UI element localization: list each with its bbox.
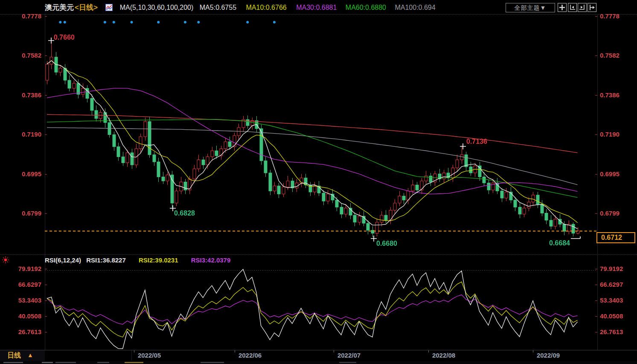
low-annotation: 0.6828 (174, 210, 195, 217)
x-axis-label: 2022/08 (425, 352, 463, 359)
high-annotation: 0.7136 (466, 138, 487, 146)
x-axis-tick (134, 350, 134, 352)
x-axis-label: 2022/06 (231, 352, 269, 359)
period-label: 日线 (7, 351, 21, 360)
crosshair-tool-button[interactable] (558, 3, 567, 12)
price-axis-label: 40.0508 (0, 312, 41, 320)
high-annotation: 0.7660 (54, 34, 75, 41)
x-axis-label: 2022/05 (130, 352, 169, 359)
ma10-value: MA10:0.6766 (246, 4, 287, 12)
price-axis-label: 53.3403 (600, 297, 636, 304)
low-annotation: 0.6680 (376, 240, 397, 248)
price-axis-label: 79.9192 (0, 265, 41, 273)
price-axis-label: 66.6297 (600, 281, 636, 288)
rsi-header: RSI(6,12,24) RSI1:36.8227 RSI2:39.0231 R… (45, 256, 230, 264)
price-axis-label: 53.3403 (0, 297, 41, 304)
right-axis-scale-button[interactable] (578, 3, 587, 12)
time-axis-border (0, 350, 637, 350)
symbol-name: 澳元美元 (45, 3, 74, 12)
period-selector-button[interactable]: 日线 ▲ (0, 350, 45, 361)
price-axis-label: 0.6995 (0, 170, 41, 178)
kline-chart-icon (105, 4, 113, 13)
ma5-value: MA5:0.6755 (200, 4, 236, 12)
plot-right-border (597, 14, 598, 350)
x-axis-tick (235, 350, 235, 352)
bottom-clipped-row (0, 361, 637, 364)
price-axis-label: 26.7613 (0, 328, 41, 336)
ma30-value: MA30:0.6881 (296, 4, 337, 12)
price-axis-label: 0.7582 (0, 52, 41, 59)
ma60-value: MA60:0.6880 (346, 4, 386, 12)
price-axis-label: 0.7386 (0, 91, 41, 99)
rsi-settings-label: RSI(6,12,24) (45, 256, 81, 264)
price-axis-label: 26.7613 (600, 328, 636, 336)
theme-selector-dropdown[interactable]: 全部主题▼ (506, 3, 555, 12)
price-axis-label: 0.7778 (600, 12, 636, 20)
price-axis-label: 0.7190 (600, 131, 636, 138)
ma100-value: MA100:0.694 (395, 4, 435, 12)
price-axis-label: 0.7190 (0, 131, 41, 138)
last-price-tag: 0.6712 (596, 232, 635, 243)
price-axis-label: 79.9192 (600, 265, 636, 273)
x-axis-tick (533, 350, 533, 352)
move-axis-button[interactable] (588, 3, 596, 12)
price-axis-label: 0.7778 (0, 12, 41, 20)
panel-divider (0, 254, 637, 255)
price-axis-label: 0.7582 (600, 52, 636, 59)
chart-header: 澳元美元<日线> MA(5,10,30,60,100,200) MA5:0.67… (45, 3, 436, 13)
price-axis-label: 66.6297 (0, 281, 41, 288)
left-axis-scale-button[interactable] (568, 3, 577, 12)
trading-app-window: 澳元美元<日线> MA(5,10,30,60,100,200) MA5:0.67… (0, 0, 637, 364)
period-tag: <日线> (75, 3, 98, 12)
x-axis-label: 2022/09 (529, 352, 567, 359)
low-annotation: 0.6684 (549, 239, 570, 247)
triangle-up-icon: ▲ (27, 352, 33, 358)
price-axis-label: 0.6799 (600, 210, 636, 217)
x-axis-tick (334, 350, 334, 352)
alert-icon[interactable] (1, 256, 10, 266)
x-axis-label: 2022/07 (330, 352, 368, 359)
rsi-chart-canvas[interactable] (45, 268, 597, 350)
x-axis-tick (428, 350, 429, 352)
candlestick-chart-canvas[interactable] (45, 13, 597, 254)
price-axis-label: 40.0508 (600, 312, 636, 320)
price-axis-label: 0.7386 (600, 91, 636, 99)
price-axis-label: 0.6995 (600, 170, 636, 178)
rsi3-value: RSI3:42.0379 (191, 256, 231, 264)
rsi1-value: RSI1:36.8227 (86, 256, 126, 264)
rsi2-value: RSI2:39.0231 (139, 256, 178, 264)
price-axis-label: 0.6799 (0, 210, 41, 217)
ma-settings-label: MA(5,10,30,60,100,200) (120, 4, 194, 12)
